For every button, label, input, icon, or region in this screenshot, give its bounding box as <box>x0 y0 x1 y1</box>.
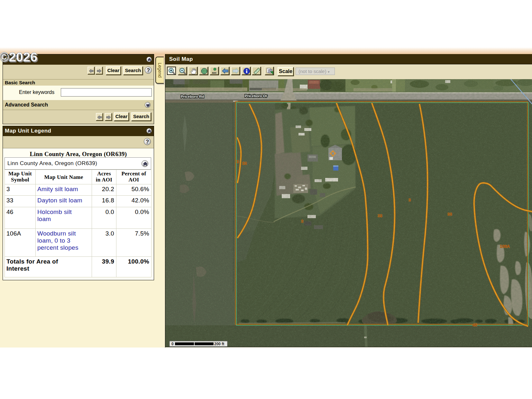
svg-text:200 ft: 200 ft <box>214 342 224 346</box>
svg-text:0: 0 <box>171 342 174 346</box>
svg-text:AOI: AOI <box>212 71 217 74</box>
